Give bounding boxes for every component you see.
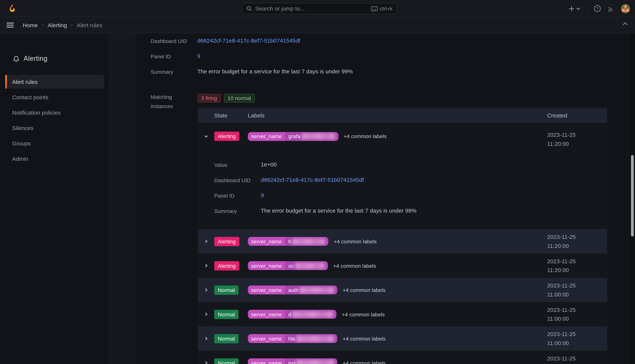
- rule-annotations: Dashboard UIDd66242cf-71e8-417c-8ef7-51b…: [151, 37, 353, 84]
- sidebar-item-label: Notification policies: [12, 110, 61, 116]
- sidebar-item-notification-policies[interactable]: Notification policies: [5, 106, 104, 119]
- state-cell: Normal: [214, 310, 248, 319]
- add-dropdown-button[interactable]: [568, 6, 580, 12]
- topbar-divider: [587, 4, 587, 12]
- field-value-link[interactable]: 9: [261, 192, 264, 198]
- created-time: 11:20:00: [547, 266, 607, 274]
- labels-cell: server_nameauth+4 common labels: [248, 286, 547, 294]
- sidebar-title: Alerting: [24, 54, 48, 63]
- state-badge-normal: Normal: [214, 310, 238, 319]
- labels-cell: server_nameoc+4 common labels: [248, 261, 547, 270]
- breadcrumb-item-home[interactable]: Home: [23, 22, 38, 28]
- field-value-link[interactable]: d66242cf-71e8-417c-8ef7-51b0741545df: [261, 176, 364, 183]
- help-button[interactable]: ?: [594, 5, 601, 12]
- rule-detail-pane: Dashboard UIDd66242cf-71e8-417c-8ef7-51b…: [135, 33, 628, 364]
- instance-row[interactable]: Alertingserver_nameoc+4 common labels202…: [198, 254, 607, 278]
- search-icon: [246, 6, 252, 11]
- search-input[interactable]: [255, 5, 368, 12]
- created-date: 2023-11-25: [547, 281, 607, 290]
- redacted-value: [292, 311, 333, 317]
- instance-row[interactable]: Normalserver_nameauth+4 common labels202…: [198, 278, 607, 302]
- field-value-link[interactable]: 9: [197, 53, 200, 59]
- collapse-chevron-icon[interactable]: [198, 134, 214, 139]
- created-time: 11:00:00: [547, 363, 607, 364]
- page-scrollbar-track[interactable]: [628, 34, 635, 364]
- redacted-value: [300, 287, 334, 293]
- common-labels-text: +4 common labels: [343, 336, 386, 342]
- sidebar-item-label: Admin: [12, 156, 28, 162]
- sidebar-item-contact-points[interactable]: Contact points: [5, 90, 104, 104]
- created-date: 2023-11-25: [547, 257, 607, 266]
- column-header-created: Created: [547, 112, 607, 119]
- global-search: ctrl+k: [242, 3, 397, 14]
- field-label: Panel ID: [214, 192, 261, 199]
- breadcrumb-item-alerting[interactable]: Alerting: [48, 22, 67, 28]
- redacted-value: [296, 360, 334, 364]
- state-cell: Normal: [214, 358, 248, 364]
- expand-chevron-icon[interactable]: [198, 239, 214, 244]
- shortcut-hint: ctrl+k: [371, 6, 392, 12]
- label-pill: server_namegrafa: [248, 132, 338, 140]
- sidebar-item-alert-rules[interactable]: Alert rules: [5, 75, 104, 88]
- label-value: oc: [285, 261, 328, 270]
- labels-cell: server_nameind+4 common labels: [248, 358, 547, 364]
- news-icon[interactable]: [608, 5, 614, 12]
- instance-row-main: Alertingserver_namegrafa+4 common labels…: [198, 123, 607, 148]
- collapse-chevron-up-icon[interactable]: [622, 22, 628, 26]
- grafana-logo-icon[interactable]: [7, 4, 17, 13]
- instance-row[interactable]: Normalserver_namehle+4 common labels2023…: [198, 326, 607, 350]
- label-key: server_name: [248, 261, 285, 270]
- field-label: Dashboard UID: [214, 176, 261, 184]
- breadcrumb: Home›Alerting›Alert rules: [23, 22, 102, 28]
- label-key: server_name: [248, 237, 285, 246]
- instance-row-main: Normalserver_nameauth+4 common labels202…: [198, 278, 607, 302]
- created-cell: 2023-11-2511:00:00: [547, 354, 607, 364]
- instance-row-main: Alertingserver_nameh+4 common labels2023…: [198, 229, 607, 254]
- label-value: hle: [285, 334, 338, 343]
- instance-row[interactable]: Alertingserver_nameh+4 common labels2023…: [198, 229, 607, 254]
- sidebar-item-label: Alert rules: [12, 78, 38, 85]
- label-pill: server_nameoc: [248, 261, 328, 270]
- common-labels-text: +4 common labels: [334, 238, 376, 244]
- sidebar-section-header[interactable]: Alerting: [13, 54, 109, 63]
- sidebar-item-groups[interactable]: Groups: [5, 136, 104, 150]
- label-pill: server_nameind: [248, 358, 338, 364]
- active-indicator: [5, 75, 7, 88]
- expand-chevron-icon[interactable]: [198, 263, 214, 268]
- created-time: 11:00:00: [547, 338, 607, 347]
- table-header-row: StateLabelsCreated: [198, 108, 607, 123]
- field-value: 1e+00: [261, 161, 277, 168]
- label-value: grafa: [285, 132, 338, 140]
- instance-row[interactable]: Normalserver_named+4 common labels2023-1…: [198, 302, 607, 326]
- created-cell: 2023-11-2511:00:00: [547, 330, 607, 348]
- grafana-app: ctrl+k ?: [0, 0, 635, 364]
- created-cell: 2023-11-2511:00:00: [547, 281, 607, 299]
- matching-instances-table: StateLabelsCreated Alertingserver_namegr…: [198, 108, 608, 364]
- created-date: 2023-11-25: [547, 130, 607, 139]
- expand-chevron-icon[interactable]: [198, 336, 214, 341]
- shortcut-label: ctrl+k: [380, 6, 392, 12]
- field-label: Summary: [214, 207, 261, 214]
- normal-count-badge: 10 normal: [224, 94, 255, 102]
- field-label: Dashboard UID: [151, 37, 197, 44]
- page-scrollbar-thumb[interactable]: [631, 155, 634, 236]
- menu-toggle-icon[interactable]: [6, 22, 14, 28]
- field-value-link[interactable]: d66242cf-71e8-417c-8ef7-51b0741545df: [197, 37, 300, 44]
- sidebar-gap: [110, 34, 134, 364]
- sidebar-item-silences[interactable]: Silences: [5, 121, 104, 135]
- field-row-dashboard-uid: Dashboard UIDd66242cf-71e8-417c-8ef7-51b…: [151, 37, 353, 44]
- user-avatar[interactable]: [621, 4, 630, 13]
- instance-row[interactable]: Normalserver_nameind+4 common labels2023…: [198, 351, 607, 364]
- sidebar-nav: Alert rulesContact pointsNotification po…: [0, 75, 109, 166]
- sidebar-item-admin[interactable]: Admin: [5, 152, 104, 166]
- instance-row[interactable]: Alertingserver_namegrafa+4 common labels…: [198, 123, 607, 229]
- alerting-sidebar: Alerting Alert rulesContact pointsNotifi…: [0, 34, 110, 364]
- top-bar: ctrl+k ?: [0, 0, 635, 17]
- common-labels-text: +4 common labels: [342, 311, 385, 317]
- created-time: 11:00:00: [547, 314, 607, 323]
- expand-chevron-icon[interactable]: [198, 288, 214, 292]
- labels-cell: server_namehle+4 common labels: [248, 334, 547, 343]
- field-label: Value: [214, 161, 261, 168]
- expand-chevron-icon[interactable]: [198, 360, 214, 364]
- expand-chevron-icon[interactable]: [198, 312, 214, 317]
